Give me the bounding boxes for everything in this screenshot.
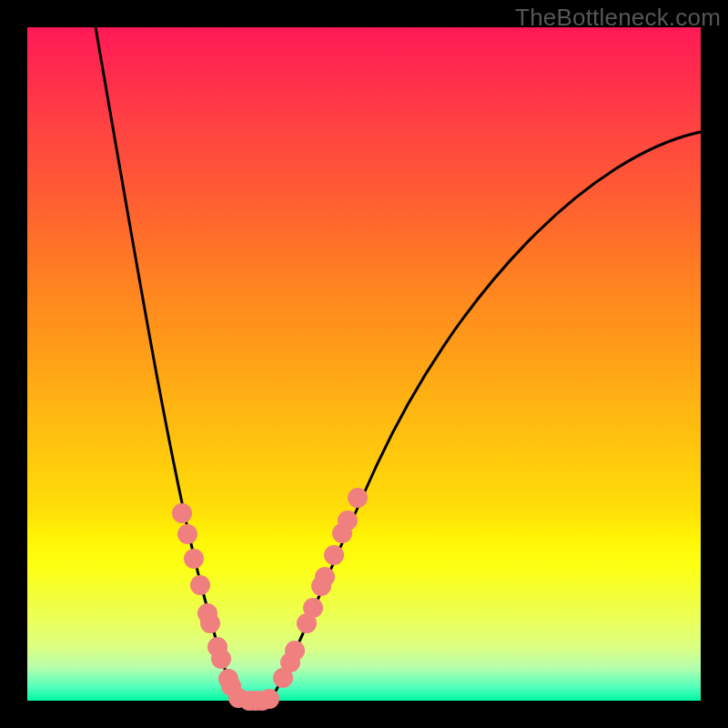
chart-marker (200, 613, 220, 633)
chart-marker (324, 545, 344, 565)
chart-svg (27, 27, 701, 701)
chart-marker (184, 549, 204, 569)
chart-marker (315, 567, 335, 587)
chart-marker (177, 524, 197, 544)
chart-marker (285, 641, 305, 661)
chart-marker (348, 488, 368, 508)
chart-marker (190, 575, 210, 595)
chart-marker (211, 649, 231, 669)
chart-marker (338, 511, 358, 531)
chart-markers (172, 488, 368, 711)
chart-plot-area (27, 27, 701, 701)
chart-stage: TheBottleneck.com (0, 0, 728, 728)
chart-marker (259, 689, 279, 709)
watermark-label: TheBottleneck.com (515, 4, 721, 32)
chart-curve (96, 27, 701, 701)
chart-marker (303, 598, 323, 618)
chart-marker (172, 503, 192, 523)
